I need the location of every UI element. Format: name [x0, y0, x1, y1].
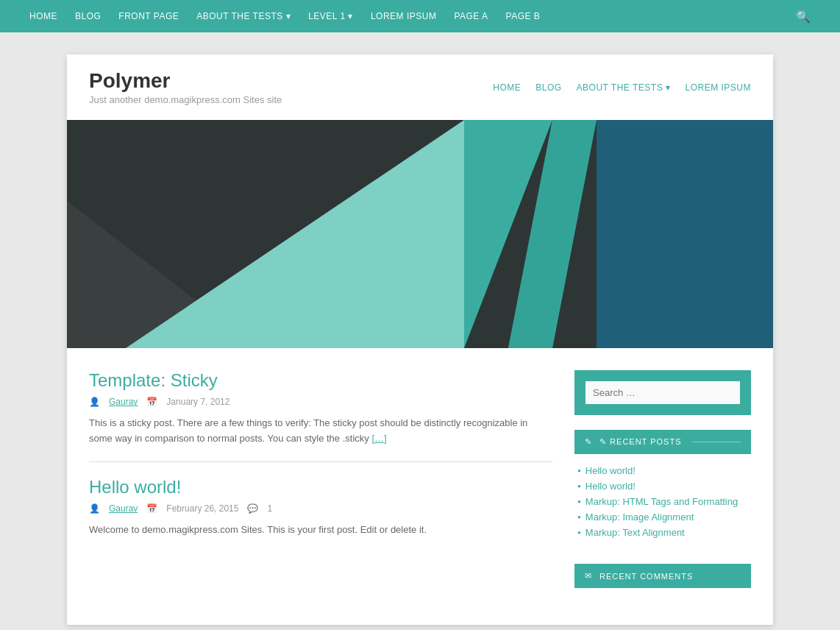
search-input[interactable]: [585, 381, 740, 404]
post-1-date: January 7, 2012: [166, 397, 229, 407]
post-1-author-icon: 👤: [89, 397, 100, 407]
top-nav-frontpage[interactable]: FRONT PAGE: [118, 11, 179, 21]
recent-post-1: Hello world!: [577, 463, 748, 478]
recent-posts-title: ✎ ✎ RECENT POSTS: [574, 430, 751, 454]
main-container: Polymer Just another demo.magikpress.com…: [67, 54, 773, 625]
header-navigation: HOME BLOG ABOUT THE TESTS ▾ LOREM IPSUM: [493, 82, 751, 93]
content-area: Template: Sticky 👤 Gaurav 📅 January 7, 2…: [67, 348, 773, 625]
recent-post-5: Markup: Text Alignment: [577, 525, 748, 540]
recent-post-2: Hello world!: [577, 478, 748, 494]
top-nav-lorem[interactable]: LOREM IPSUM: [371, 11, 437, 21]
post-1-author[interactable]: Gaurav: [109, 397, 138, 407]
post-sticky: Template: Sticky 👤 Gaurav 📅 January 7, 2…: [89, 370, 552, 447]
recent-post-1-link[interactable]: Hello world!: [585, 465, 636, 476]
main-content: Template: Sticky 👤 Gaurav 📅 January 7, 2…: [89, 370, 552, 552]
post-2-title-link[interactable]: Hello world!: [89, 477, 181, 497]
recent-comments-widget: ✉ RECENT COMMENTS: [574, 564, 751, 588]
recent-comments-title: ✉ RECENT COMMENTS: [574, 564, 751, 588]
post-2-excerpt: Welcome to demo.magikpress.com Sites. Th…: [89, 523, 552, 538]
post-2-date: February 26, 2015: [166, 503, 238, 514]
recent-post-3: Markup: HTML Tags and Formatting: [577, 494, 748, 509]
site-branding: Polymer Just another demo.magikpress.com…: [89, 69, 282, 105]
recent-post-2-link[interactable]: Hello world!: [585, 481, 636, 492]
sidebar: ✎ ✎ RECENT POSTS Hello world! Hello worl…: [574, 370, 751, 603]
header-nav-lorem[interactable]: LOREM IPSUM: [685, 82, 751, 93]
top-nav-level1[interactable]: LEVEL 1 ▾: [308, 11, 353, 21]
top-search-icon[interactable]: 🔍: [796, 10, 811, 24]
post-1-title: Template: Sticky: [89, 370, 552, 391]
post-1-date-icon: 📅: [146, 397, 157, 407]
post-2-comment-icon: 💬: [247, 503, 258, 514]
post-2-comments: 1: [267, 503, 272, 514]
post-1-title-link[interactable]: Template: Sticky: [89, 370, 218, 390]
top-navigation: HOME BLOG FRONT PAGE ABOUT THE TESTS ▾ L…: [0, 0, 840, 32]
hero-banner: [67, 120, 773, 348]
top-nav-pagea[interactable]: PAGE A: [454, 11, 488, 21]
site-title[interactable]: Polymer: [89, 69, 171, 92]
site-description: Just another demo.magikpress.com Sites s…: [89, 94, 282, 105]
site-header: Polymer Just another demo.magikpress.com…: [67, 54, 773, 120]
post-2-author[interactable]: Gaurav: [109, 503, 138, 514]
recent-posts-widget: ✎ ✎ RECENT POSTS Hello world! Hello worl…: [574, 430, 751, 549]
top-nav-blog[interactable]: BLOG: [75, 11, 101, 21]
header-nav-about[interactable]: ABOUT THE TESTS ▾: [577, 82, 671, 93]
post-2-meta: 👤 Gaurav 📅 February 26, 2015 💬 1: [89, 503, 552, 514]
recent-post-4: Markup: Image Alignment: [577, 509, 748, 525]
post-1-read-more[interactable]: […]: [371, 433, 386, 444]
header-nav-home[interactable]: HOME: [493, 82, 521, 93]
post-2-title: Hello world!: [89, 477, 552, 498]
search-widget: [574, 370, 751, 415]
recent-post-3-link[interactable]: Markup: HTML Tags and Formatting: [585, 496, 738, 507]
recent-posts-list: Hello world! Hello world! Markup: HTML T…: [577, 463, 748, 540]
top-nav-pageb[interactable]: PAGE B: [506, 11, 541, 21]
recent-post-5-link[interactable]: Markup: Text Alignment: [585, 527, 685, 538]
post-1-meta: 👤 Gaurav 📅 January 7, 2012: [89, 397, 552, 407]
recent-posts-content: Hello world! Hello world! Markup: HTML T…: [574, 454, 751, 549]
top-nav-home[interactable]: HOME: [29, 11, 57, 21]
post-divider: [89, 461, 552, 462]
post-2-date-icon: 📅: [146, 503, 157, 514]
recent-post-4-link[interactable]: Markup: Image Alignment: [585, 512, 694, 523]
top-nav-about[interactable]: ABOUT THE TESTS ▾: [196, 11, 291, 21]
post-hello-world: Hello world! 👤 Gaurav 📅 February 26, 201…: [89, 477, 552, 538]
post-2-author-icon: 👤: [89, 503, 100, 514]
svg-rect-6: [597, 120, 773, 348]
header-nav-blog[interactable]: BLOG: [535, 82, 561, 93]
top-nav-links: HOME BLOG FRONT PAGE ABOUT THE TESTS ▾ L…: [29, 11, 540, 21]
post-1-excerpt: This is a sticky post. There are a few t…: [89, 416, 552, 447]
hero-svg: [67, 120, 773, 348]
